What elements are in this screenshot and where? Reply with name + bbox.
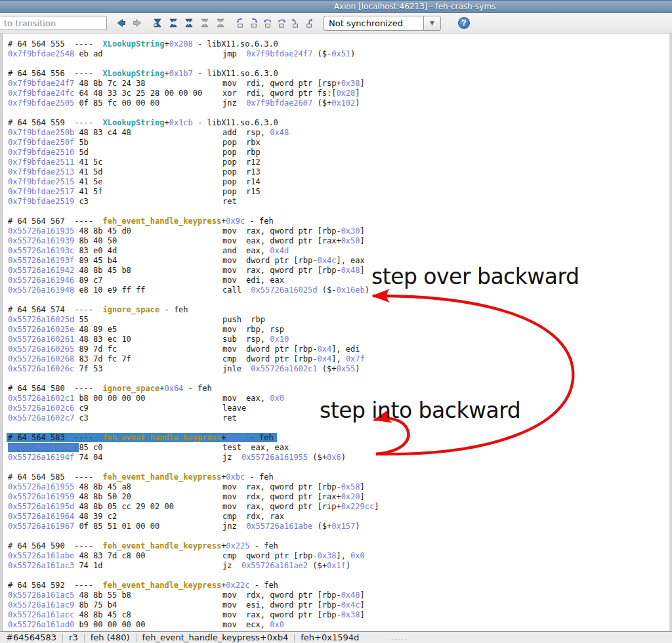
statusbar-item: feh (480) (85, 633, 136, 642)
toolbar: Not synchronized ▼ ? (0, 13, 672, 33)
disasm-line[interactable]: 0x55726a161935 48 8b 45 d0mov rax, qword… (8, 226, 669, 236)
continue-backward-icon (168, 18, 178, 28)
disasm-line[interactable]: 0x55726a161946 89 c7mov edi, eax (8, 276, 669, 285)
disasm-line[interactable]: 0x55726a161acc 48 8b 45 c8mov rax, qword… (8, 610, 669, 620)
disasm-line[interactable]: 0x55726a1602c1 b8 00 00 00 00mov eax, 0x… (8, 394, 669, 404)
disasm-block-header[interactable]: # 64 564 555 ---- XLookupString+0x208 - … (8, 39, 669, 49)
continue-backward-button[interactable] (165, 15, 181, 31)
disasm-line[interactable]: 0x7f9bfdae250f 5bpop rbx (8, 138, 669, 148)
disasm-line[interactable]: 0x7f9bfdae250b 48 83 c4 48add rsp, 0x48 (8, 128, 669, 138)
disasm-line[interactable]: 0x7f9bfdae2519 c3ret (8, 197, 669, 207)
go-to-last-button[interactable] (213, 15, 228, 31)
step-over-backward-icon (262, 18, 273, 28)
step-out-forward-icon (304, 18, 314, 28)
statusbar-resize-grip[interactable]: ····· (391, 638, 408, 642)
step-out-backward-button[interactable] (288, 15, 302, 31)
disasm-line[interactable]: 0x55726a161abe 48 83 7d c8 00cmp qword p… (8, 551, 669, 561)
go-to-first-icon (200, 18, 210, 28)
disasm-line[interactable]: 0x55726a161948 e8 10 e9 ff ffcall 0x5572… (8, 285, 669, 295)
disasm-line[interactable]: 0x55726a161ac5 48 8b 55 b8mov rdx, qword… (8, 591, 669, 600)
disasm-block: # 64 564 559 ---- XLookupString+0x1cb - … (8, 118, 669, 207)
disasm-block-header[interactable]: # 64 564 556 ---- XLookupString+0x1b7 - … (8, 69, 669, 79)
step-out-backward-icon (290, 18, 301, 28)
disasm-line[interactable]: 0x55726a1602c6 c9leave (8, 404, 669, 413)
chevron-down-icon: ▼ (430, 20, 434, 26)
statusbar-item: feh+0x1594d (295, 633, 365, 642)
disasm-block: # 64 564 590 ---- feh_event_handle_keypr… (8, 541, 669, 571)
step-over-backward-button[interactable] (261, 15, 274, 31)
go-to-first-button[interactable] (197, 15, 213, 31)
forward-icon (132, 18, 142, 28)
continue-forward-button[interactable] (181, 15, 197, 31)
disasm-block-header[interactable]: # 64 564 580 ---- ignore_space+0x64 - fe… (8, 384, 669, 394)
disasm-block: # 64 564 555 ---- XLookupString+0x208 - … (8, 39, 669, 59)
disasm-line[interactable]: 0x7f9bfdae2517 41 5fpop r15 (8, 187, 669, 197)
disasm-line[interactable]: 0x55726a16194d 85 c0test eax, eax (8, 443, 669, 453)
disasm-block-header[interactable]: # 64 564 567 ---- feh_event_handle_keypr… (8, 217, 669, 226)
disasm-block-header[interactable]: # 64 564 574 ---- ignore_space - feh (8, 305, 669, 315)
disasm-line[interactable]: 0x55726a161955 48 8b 45 a8mov rax, qword… (8, 482, 669, 492)
disasm-line[interactable]: 0x7f9bfdae24f7 48 8b 7c 24 38mov rdi, qw… (8, 79, 669, 89)
sync-combobox[interactable]: Not synchronized ▼ (324, 16, 441, 31)
disasm-block: # 64 564 580 ---- ignore_space+0x64 - fe… (8, 384, 669, 423)
disasm-line[interactable]: 0x55726a161ac9 8b 75 b4mov esi, dword pt… (8, 600, 669, 610)
disasm-line[interactable]: 0x55726a16025e 48 89 e5mov rbp, rsp (8, 325, 669, 335)
statusbar-item: r3 (63, 633, 84, 642)
step-into-backward-icon (235, 18, 245, 28)
status-bar: ····· #64564583r3feh (480)feh_event_hand… (0, 631, 672, 643)
disasm-line[interactable]: 0x7f9bfdae2511 41 5cpop r12 (8, 157, 669, 167)
disasm-line[interactable]: 0x55726a161942 48 8b 45 b8mov rax, qword… (8, 266, 669, 276)
title-bar[interactable]: Axion [localhost:46213] - feh-crash-syms (0, 0, 672, 13)
disasm-line[interactable]: 0x55726a16025d 55push rbp (8, 315, 669, 325)
disasm-line[interactable]: 0x55726a16195d 48 8b 05 cc 29 02 00mov r… (8, 502, 669, 512)
disasm-block-header[interactable]: # 64 564 592 ---- feh_event_handle_keypr… (8, 581, 669, 591)
sync-combobox-value: Not synchronized (324, 16, 423, 31)
disasm-line[interactable]: 0x7f9bfdae2515 41 5epop r14 (8, 177, 669, 187)
disasm-line[interactable]: 0x55726a160265 89 7d fcmov dword ptr [rb… (8, 344, 669, 354)
disasm-line[interactable]: 0x55726a161939 8b 40 50mov eax, dword pt… (8, 236, 669, 246)
disasm-block-header[interactable]: # 64 564 590 ---- feh_event_handle_keypr… (8, 541, 669, 551)
forward-button[interactable] (129, 15, 145, 31)
sync-combobox-dropdown-button[interactable]: ▼ (423, 16, 441, 31)
statusbar-item: feh_event_handle_keypress+0xb4 (136, 633, 295, 642)
step-out-forward-button[interactable] (302, 15, 316, 31)
back-button[interactable] (114, 15, 129, 31)
app-window: Axion [localhost:46213] - feh-crash-syms… (0, 0, 672, 643)
step-into-forward-button[interactable] (247, 15, 261, 31)
step-over-forward-button[interactable] (274, 15, 288, 31)
disasm-block-header[interactable]: # 64 564 585 ---- feh_event_handle_keypr… (8, 472, 669, 482)
statusbar-item: #64564583 (0, 633, 62, 642)
disasm-block-header[interactable]: # 64 564 559 ---- XLookupString+0x1cb - … (8, 118, 669, 128)
disasm-line[interactable]: 0x55726a161ad0 b9 00 00 00 00mov ecx, 0x… (8, 620, 669, 630)
disasm-line[interactable]: 0x55726a1602c7 c3ret (8, 413, 669, 423)
disasm-line[interactable]: 0x55726a160268 83 7d fc 7fcmp dword ptr … (8, 354, 669, 364)
help-icon: ? (461, 19, 466, 27)
help-button[interactable]: ? (458, 17, 470, 29)
disasm-block: # 64 564 585 ---- feh_event_handle_keypr… (8, 472, 669, 531)
disasm-block-header[interactable]: # 64 564 583 ---- feh_event_handle_keypr… (8, 433, 669, 443)
disasm-line[interactable]: 0x55726a16026c 7f 53jnle 0x55726a1602c1 … (8, 364, 669, 374)
disasm-line[interactable]: 0x55726a161ac3 74 1djz 0x55726a161ae2 ($… (8, 561, 669, 571)
disasm-line[interactable]: 0x7f9bfdae24fc 64 48 33 3c 25 28 00 00 0… (8, 89, 669, 98)
go-to-last-icon (215, 18, 226, 28)
continue-forward-icon (184, 18, 194, 28)
disasm-line[interactable]: 0x7f9bfdae2548 eb adjmp 0x7f9bfdae24f7 (… (8, 49, 669, 59)
disasm-line[interactable]: 0x55726a161959 48 8b 50 20mov rdx, qword… (8, 492, 669, 502)
disasm-line[interactable]: 0x55726a16193c 83 e0 4dand eax, 0x4d (8, 246, 669, 256)
disasm-line[interactable]: 0x7f9bfdae2505 0f 85 fc 00 00 00jnz 0x7f… (8, 98, 669, 108)
disasm-line[interactable]: 0x7f9bfdae2510 5dpop rbp (8, 148, 669, 157)
disasm-line[interactable]: 0x55726a16194f 74 04jz 0x55726a161955 ($… (8, 453, 669, 463)
disasm-line[interactable]: 0x55726a161964 48 39 c2cmp rdx, rax (8, 512, 669, 522)
disasm-line[interactable]: 0x55726a161967 0f 85 51 01 00 00jnz 0x55… (8, 522, 669, 531)
disassembly-view[interactable]: # 64 564 555 ---- XLookupString+0x208 - … (3, 34, 669, 631)
disasm-line[interactable]: 0x55726a16193f 89 45 b4mov dword ptr [rb… (8, 256, 669, 266)
disasm-line[interactable]: 0x55726a160261 48 83 ec 10sub rsp, 0x10 (8, 335, 669, 344)
window-title: Axion [localhost:46213] - feh-crash-syms (334, 2, 496, 11)
run-to-transition-button[interactable] (150, 15, 165, 31)
disasm-block: # 64 564 583 ---- feh_event_handle_keypr… (8, 433, 669, 463)
step-into-backward-button[interactable] (233, 15, 247, 31)
disasm-line[interactable]: 0x7f9bfdae2513 41 5dpop r13 (8, 167, 669, 177)
back-icon (116, 18, 127, 28)
goto-transition-input[interactable] (0, 16, 107, 30)
disasm-block: # 64 564 567 ---- feh_event_handle_keypr… (8, 217, 669, 295)
